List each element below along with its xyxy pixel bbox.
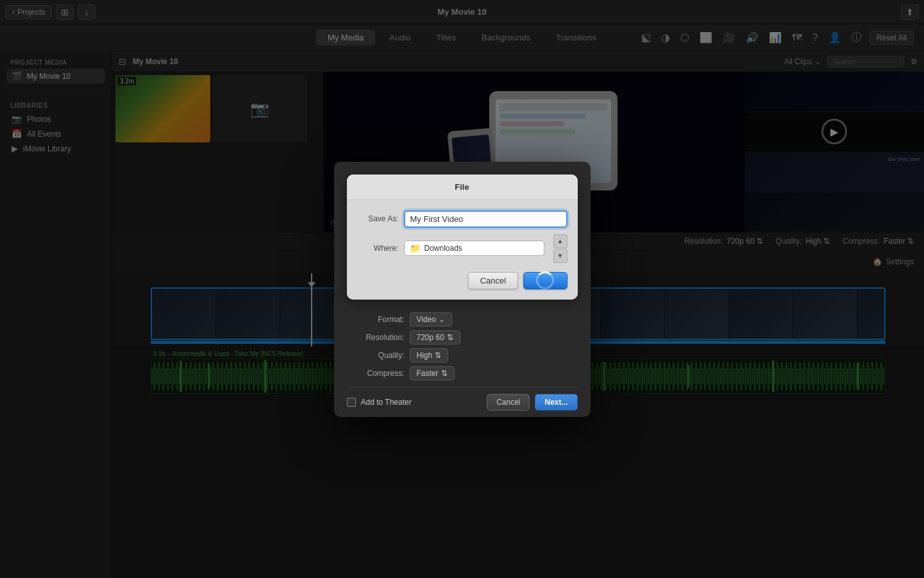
where-text: Downloads bbox=[424, 244, 539, 253]
where-selector[interactable]: 📁 Downloads bbox=[404, 241, 544, 256]
compress-row-sheet: Compress: Faster ⇅ bbox=[347, 366, 578, 380]
resolution-selector[interactable]: 720p 60 ⇅ bbox=[410, 330, 460, 344]
folder-icon: 📁 bbox=[410, 243, 421, 253]
add-theater-group: Add to Theater bbox=[347, 398, 412, 407]
dialog-save-button[interactable]: Save bbox=[523, 272, 567, 289]
sheet-footer: Add to Theater Cancel Next... bbox=[347, 394, 578, 411]
where-label: Where: bbox=[357, 244, 399, 253]
outer-cancel-button[interactable]: Cancel bbox=[487, 394, 530, 411]
quality-label-sheet: Quality: bbox=[347, 351, 405, 360]
quality-row-sheet: Quality: High ⇅ bbox=[347, 348, 578, 362]
where-row: Where: 📁 Downloads ▲ ▼ bbox=[357, 234, 567, 263]
sheet-action-buttons: Cancel Next... bbox=[487, 394, 577, 411]
resolution-chevron-icon: ⇅ bbox=[447, 333, 453, 342]
format-text: Video bbox=[417, 315, 436, 324]
compress-chevron-icon: ⇅ bbox=[441, 369, 448, 378]
modal-overlay: File Save As: Where: 📁 Downloads ▲ bbox=[0, 0, 924, 578]
sheet-options: Format: Video ⌄ Resolution: 720p 60 ⇅ Qu… bbox=[334, 306, 591, 417]
dialog-body: Save As: Where: 📁 Downloads ▲ ▼ bbox=[347, 200, 578, 300]
dialog-buttons: Cancel Save bbox=[357, 272, 567, 289]
resolution-label-sheet: Resolution: bbox=[347, 333, 405, 342]
quality-chevron-icon: ⇅ bbox=[435, 351, 441, 360]
format-label: Format: bbox=[347, 315, 405, 324]
format-chevron-icon: ⌄ bbox=[439, 315, 445, 324]
compress-selector[interactable]: Faster ⇅ bbox=[410, 366, 455, 380]
dialog-cancel-button[interactable]: Cancel bbox=[468, 272, 518, 289]
save-as-label: Save As: bbox=[357, 214, 399, 223]
export-sheet: File Save As: Where: 📁 Downloads ▲ bbox=[334, 162, 591, 417]
quality-selector[interactable]: High ⇅ bbox=[410, 348, 449, 362]
outer-next-button[interactable]: Next... bbox=[535, 394, 577, 411]
save-as-row: Save As: bbox=[357, 210, 567, 228]
resolution-row-sheet: Resolution: 720p 60 ⇅ bbox=[347, 330, 578, 344]
add-theater-label: Add to Theater bbox=[361, 398, 412, 407]
compress-label-sheet: Compress: bbox=[347, 369, 405, 378]
quality-text-sheet: High bbox=[417, 351, 433, 360]
where-expand-down-button[interactable]: ▼ bbox=[553, 249, 567, 263]
compress-text-sheet: Faster bbox=[417, 369, 439, 378]
file-save-dialog: File Save As: Where: 📁 Downloads ▲ bbox=[347, 174, 578, 300]
dialog-title: File bbox=[347, 174, 578, 200]
save-spinner bbox=[536, 271, 554, 289]
format-row-sheet: Format: Video ⌄ bbox=[347, 312, 578, 327]
filename-input[interactable] bbox=[404, 210, 567, 228]
add-theater-checkbox[interactable] bbox=[347, 398, 356, 407]
resolution-text-sheet: 720p 60 bbox=[417, 333, 444, 342]
format-selector[interactable]: Video ⌄ bbox=[410, 312, 452, 327]
sheet-divider bbox=[347, 387, 578, 387]
where-expand-up-button[interactable]: ▲ bbox=[553, 234, 567, 248]
where-expand-buttons: ▲ ▼ bbox=[551, 234, 567, 263]
